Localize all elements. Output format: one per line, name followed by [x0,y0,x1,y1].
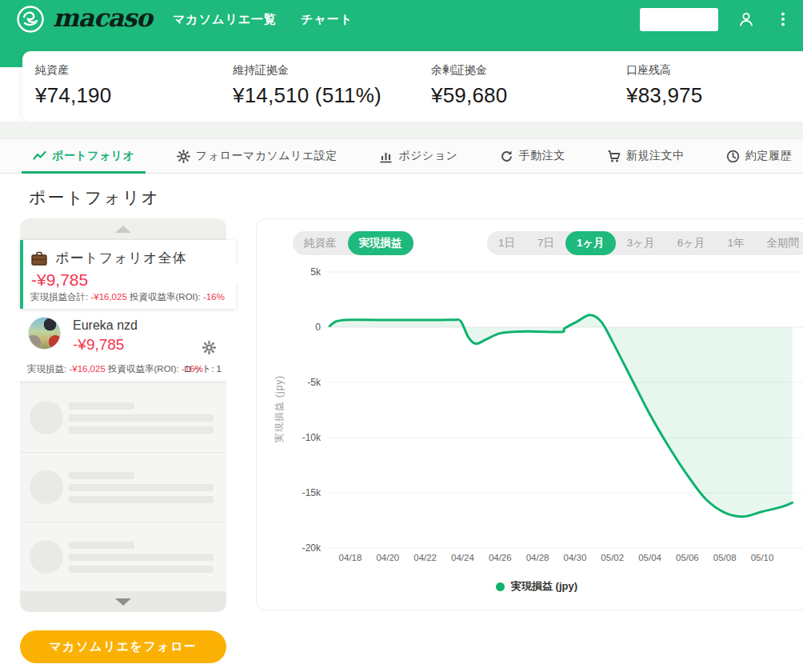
realized-pl-label: 実現損益: [27,364,66,374]
sommelier-avatar [28,317,61,350]
stat-label: 口座残高 [626,63,702,78]
loading-list-item [20,382,226,452]
y-axis-tick: -20k [265,542,321,554]
tab-new-orders[interactable]: 新規注文中 [596,139,696,173]
legend-item[interactable]: 実現損益 (jpy) [329,579,745,594]
period-1year-button[interactable]: 1年 [717,231,756,255]
user-icon[interactable] [737,10,755,28]
bar-chart-icon [379,150,393,163]
period-all-button[interactable]: 全期間 [756,231,803,255]
stat-label: 余剰証拠金 [431,63,507,78]
x-axis-tick: 04/22 [407,553,444,562]
follow-sommelier-button[interactable]: マカソムリエをフォロー [20,630,226,663]
sommelier-name: Eureka nzd [73,318,138,333]
tab-follow-sommelier-settings[interactable]: フォローマカソムリエ設定 [166,139,349,173]
period-toggle-group: 1日 7日 1ヶ月 3ヶ月 6ヶ月 1年 全期間 [487,231,803,255]
brand-logo[interactable]: macaso [16,5,152,34]
stat-maintenance-margin: 維持証拠金 ¥14,510 (511%) [233,51,382,108]
metric-toggle-group: 純資産 実現損益 [293,231,413,255]
line-chart-icon [33,150,46,163]
gear-icon [177,150,190,163]
metric-realized-pl-button[interactable]: 実現損益 [348,231,413,255]
app-root: macaso マカソムリエ一覧 チャート 純資産 ¥74,190 維持証拠金 ¥… [0,0,803,672]
page-title: ポートフォリオ [29,186,160,209]
brand-wordmark: macaso [53,6,152,34]
realized-pl-value: -¥16,025 [69,364,105,374]
x-axis-tick: 04/20 [370,553,406,562]
lot-count: ロット: 1 [183,363,222,375]
stat-account-balance: 口座残高 ¥83,975 [626,51,702,108]
x-axis-tick: 04/18 [332,553,369,562]
period-6month-button[interactable]: 6ヶ月 [666,231,717,255]
avatar-placeholder [30,540,63,574]
scroll-down-button[interactable] [20,591,226,612]
summary-pl-value: -¥9,785 [31,270,236,290]
loading-list-item [20,522,226,591]
tab-label: 約定履歴 [745,149,792,163]
account-stats-card: 純資産 ¥74,190 維持証拠金 ¥14,510 (511%) 余剰証拠金 ¥… [22,51,803,122]
gear-icon[interactable] [202,341,216,354]
redacted-username-block [640,8,718,31]
duck-logo-icon [16,5,45,34]
summary-title: ポートフォリオ全体 [55,249,186,267]
stat-excess-margin: 余剰証拠金 ¥59,680 [431,51,507,108]
scroll-up-button[interactable] [20,218,226,240]
period-1month-button[interactable]: 1ヶ月 [565,231,616,255]
stat-value: ¥14,510 (511%) [233,83,382,108]
portfolio-list: ポートフォリオ全体 -¥9,785 実現損益合計: -¥16,025 投資収益率… [20,218,226,612]
chart-card: 純資産 実現損益 1日 7日 1ヶ月 3ヶ月 6ヶ月 1年 全期間 5k 0 -… [256,218,803,610]
tab-portfolio[interactable]: ポートフォリオ [22,139,146,173]
stat-label: 純資産 [35,63,111,78]
tab-label: フォローマカソムリエ設定 [196,149,338,163]
period-3month-button[interactable]: 3ヶ月 [616,231,666,255]
background-band [0,122,803,138]
metric-net-assets-button[interactable]: 純資産 [293,231,348,255]
briefcase-icon [31,251,47,266]
avatar-placeholder [30,470,63,504]
kebab-menu-icon[interactable] [774,10,792,28]
tab-execution-history[interactable]: 約定履歴 [715,139,803,173]
refresh-icon [500,150,513,163]
x-axis-tick: 04/30 [557,553,593,562]
cart-icon [607,150,621,163]
stat-value: ¥59,680 [431,83,507,108]
nav-sommelier-list[interactable]: マカソムリエ一覧 [173,12,277,27]
stat-value: ¥83,975 [626,83,702,108]
chevron-up-icon [115,226,131,233]
roi-label: 投資収益率(ROI): [130,292,201,302]
clock-icon [726,150,740,163]
avatar-placeholder [30,401,63,434]
tab-positions[interactable]: ポジション [368,139,469,173]
period-1day-button[interactable]: 1日 [487,231,526,255]
roi-label: 投資収益率(ROI): [108,364,179,374]
realized-pl-value: -¥16,025 [90,292,126,302]
loading-list-item [20,452,226,522]
x-axis-tick: 04/28 [519,553,556,562]
y-axis-tick: 5k [265,266,321,278]
tab-label: ポートフォリオ [52,149,134,163]
legend-dot-icon [496,582,505,591]
x-axis-tick: 05/02 [594,553,631,562]
tab-bar: ポートフォリオ フォローマカソムリエ設定 ポジション 手動注文 新規注文中 約定… [0,138,803,174]
tab-label: 新規注文中 [626,149,685,163]
stat-value: ¥74,190 [35,83,111,108]
y-axis-title: 実現損益 (jpy) [273,375,286,443]
top-nav: マカソムリエ一覧 チャート [173,12,353,27]
stat-label: 維持証拠金 [233,63,382,78]
x-axis-tick: 05/08 [706,553,743,562]
portfolio-summary-card[interactable]: ポートフォリオ全体 -¥9,785 実現損益合計: -¥16,025 投資収益率… [20,240,236,309]
realized-pl-label: 実現損益合計: [30,292,88,302]
legend-label: 実現損益 (jpy) [511,579,577,594]
x-axis-tick: 05/10 [744,553,781,562]
roi-value: -16% [203,292,225,302]
nav-chart[interactable]: チャート [301,12,353,27]
sommelier-list-item[interactable]: Eureka nzd -¥9,785 実現損益: -¥16,025 投資収益率(… [20,309,226,381]
x-axis-tick: 05/06 [669,553,705,562]
period-7day-button[interactable]: 7日 [526,231,565,255]
chevron-down-icon [115,598,131,606]
tab-label: ポジション [398,149,457,163]
x-axis-tick: 04/26 [481,553,518,562]
tab-manual-order[interactable]: 手動注文 [489,139,577,173]
x-axis-tick: 05/04 [632,553,669,562]
header-right [640,0,803,38]
